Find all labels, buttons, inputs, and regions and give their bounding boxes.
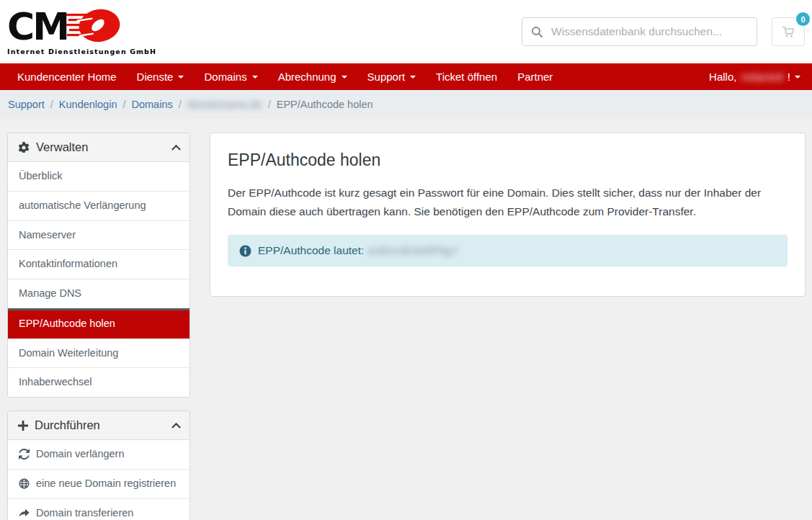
sidebar-item-label: Domain transferieren bbox=[36, 506, 133, 520]
nav-item-partner[interactable]: Partner bbox=[507, 63, 563, 90]
breadcrumb-separator: / bbox=[268, 99, 271, 110]
sidebar-item-label: Domain verlängern bbox=[36, 447, 125, 462]
sidebar: Verwalten Überblick automatische Verläng… bbox=[7, 133, 190, 520]
share-icon bbox=[19, 506, 36, 518]
sidebar-item-label: Nameserver bbox=[19, 228, 76, 243]
caret-down-icon bbox=[178, 76, 184, 79]
caret-down-icon bbox=[342, 76, 347, 79]
logo-row: CM bbox=[7, 8, 156, 45]
cart-icon bbox=[782, 25, 795, 38]
panel-durchfuehren-header[interactable]: Durchführen bbox=[8, 411, 189, 440]
nav-label: Dienste bbox=[137, 71, 174, 83]
panel-title: Verwalten bbox=[36, 140, 88, 154]
refresh-icon bbox=[19, 447, 36, 460]
plus-icon bbox=[18, 421, 28, 431]
search-input[interactable] bbox=[551, 25, 748, 38]
sidebar-item-domain-weiterleitung[interactable]: Domain Weiterleitung bbox=[8, 339, 189, 368]
nav-item-kundencenter-home[interactable]: Kundencenter Home bbox=[7, 63, 127, 90]
user-menu[interactable]: Hallo, redacted ! bbox=[705, 63, 805, 90]
main-content: EPP/Authcode holen Der EPP/Authcode ist … bbox=[210, 133, 806, 297]
site-header: CM Internet bbox=[0, 0, 812, 63]
sidebar-item-domain-verlaengern[interactable]: Domain verlängern bbox=[8, 440, 189, 469]
breadcrumb-domains[interactable]: Domains bbox=[132, 99, 173, 110]
nav-item-dienste[interactable]: Dienste bbox=[127, 63, 195, 90]
user-greeting: Hallo, bbox=[709, 71, 736, 83]
nav-label: Domains bbox=[204, 71, 246, 83]
sidebar-item-label: Domain Weiterleitung bbox=[19, 346, 118, 362]
page: CM Internet bbox=[0, 0, 812, 520]
breadcrumb: Support / Kundenlogin / Domains / domain… bbox=[0, 90, 812, 119]
breadcrumb-separator: / bbox=[122, 99, 125, 110]
user-suffix: ! bbox=[788, 71, 790, 83]
knowledgebase-search bbox=[522, 17, 757, 46]
sidebar-item-domain-transferieren[interactable]: Domain transferieren bbox=[8, 498, 189, 520]
logo-text: CM bbox=[7, 9, 68, 45]
nav-label: Abrechnung bbox=[278, 71, 336, 83]
nav-item-abrechnung[interactable]: Abrechnung bbox=[268, 63, 357, 90]
sidebar-item-label: automatische Verlängerung bbox=[19, 198, 146, 214]
breadcrumb-support[interactable]: Support bbox=[8, 99, 45, 110]
nav-label: Kundencenter Home bbox=[17, 71, 117, 83]
sidebar-item-label: Inhaberwechsel bbox=[19, 375, 92, 390]
page-title: EPP/Authcode holen bbox=[228, 151, 788, 170]
sidebar-item-ueberblick[interactable]: Überblick bbox=[8, 162, 189, 191]
panel-durchfuehren: Durchführen Domain verlängern bbox=[7, 411, 190, 520]
sidebar-item-kontaktinformationen[interactable]: Kontaktinformationen bbox=[8, 249, 189, 279]
caret-down-icon bbox=[795, 76, 800, 79]
caret-down-icon bbox=[410, 76, 416, 79]
nav-item-domains[interactable]: Domains bbox=[194, 63, 267, 90]
cart-button[interactable]: 0 bbox=[772, 17, 805, 46]
breadcrumb-separator: / bbox=[179, 99, 182, 110]
main-nav: Kundencenter Home Dienste Domains Abrech… bbox=[0, 63, 812, 90]
logo-tagline: Internet Dienstleistungen GmbH bbox=[7, 48, 156, 55]
sidebar-item-label: Überblick bbox=[19, 169, 62, 184]
authcode-alert: EPP/Authcode lautet: a1B2c3D4e5F6g7 bbox=[228, 235, 788, 266]
nav-label: Ticket öffnen bbox=[436, 71, 497, 83]
globe-icon bbox=[19, 476, 36, 489]
search-icon bbox=[531, 26, 543, 38]
sidebar-item-nameserver[interactable]: Nameserver bbox=[8, 220, 189, 250]
authcode-label: EPP/Authcode lautet: bbox=[258, 244, 364, 257]
info-icon bbox=[239, 245, 251, 257]
layout: Verwalten Überblick automatische Verläng… bbox=[0, 119, 812, 520]
header-right: 0 bbox=[522, 17, 805, 46]
sidebar-item-label: EPP/Authcode holen bbox=[19, 316, 115, 332]
authcode-value-redacted: a1B2c3D4e5F6g7 bbox=[367, 244, 458, 257]
cart-count-badge: 0 bbox=[796, 12, 810, 26]
nav-label: Support bbox=[367, 71, 406, 83]
nav-item-support[interactable]: Support bbox=[357, 63, 427, 90]
caret-down-icon bbox=[252, 76, 258, 79]
epp-description: Der EPP/Authcode ist kurz gesagt ein Pas… bbox=[228, 184, 788, 220]
panel-verwalten: Verwalten Überblick automatische Verläng… bbox=[7, 133, 190, 398]
breadcrumb-domain-redacted: domainname.de bbox=[187, 99, 262, 110]
company-logo[interactable]: CM Internet bbox=[7, 8, 156, 55]
sidebar-item-label: Manage DNS bbox=[19, 286, 81, 302]
sidebar-item-label: eine neue Domain registrieren bbox=[36, 476, 176, 492]
breadcrumb-current: EPP/Authcode holen bbox=[277, 99, 373, 110]
user-name-redacted: redacted bbox=[741, 71, 782, 83]
sidebar-item-manage-dns[interactable]: Manage DNS bbox=[8, 279, 189, 308]
panel-title: Durchführen bbox=[35, 418, 100, 432]
sidebar-item-neue-domain-registrieren[interactable]: eine neue Domain registrieren bbox=[8, 469, 189, 498]
gear-icon bbox=[18, 142, 30, 153]
sidebar-item-label: Kontaktinformationen bbox=[19, 256, 117, 272]
sidebar-item-epp-authcode-holen[interactable]: EPP/Authcode holen bbox=[8, 308, 189, 339]
breadcrumb-separator: / bbox=[50, 99, 53, 110]
nav-left: Kundencenter Home Dienste Domains Abrech… bbox=[7, 63, 563, 90]
breadcrumb-kundenlogin[interactable]: Kundenlogin bbox=[59, 99, 117, 110]
logo-o-icon bbox=[66, 7, 121, 45]
panel-verwalten-header[interactable]: Verwalten bbox=[8, 133, 189, 162]
chevron-up-icon bbox=[171, 423, 181, 432]
sidebar-item-inhaberwechsel[interactable]: Inhaberwechsel bbox=[8, 367, 189, 397]
nav-item-ticket-oeffnen[interactable]: Ticket öffnen bbox=[426, 63, 507, 90]
sidebar-item-automatische-verlaengerung[interactable]: automatische Verlängerung bbox=[8, 191, 189, 220]
epp-authcode-card: EPP/Authcode holen Der EPP/Authcode ist … bbox=[210, 133, 806, 297]
nav-label: Partner bbox=[517, 71, 553, 83]
chevron-up-icon bbox=[171, 145, 181, 154]
